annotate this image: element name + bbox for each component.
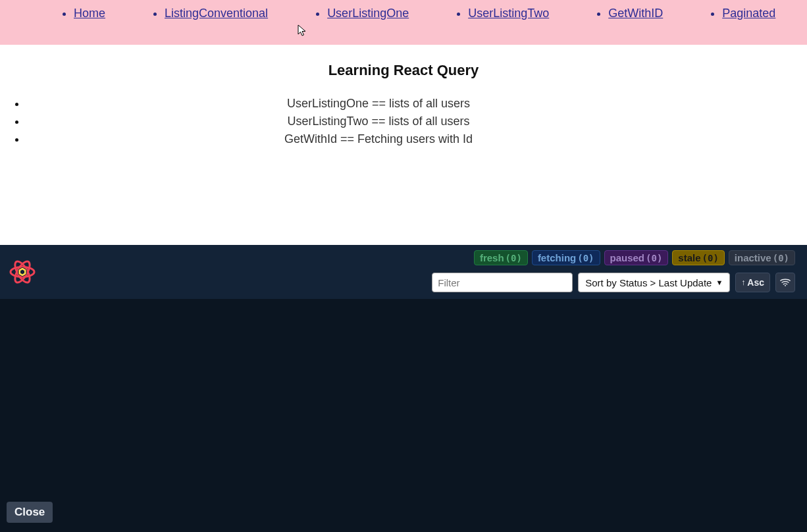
- description-text: GetWithId == Fetching users with Id: [0, 130, 757, 148]
- devtools-header: fresh (0) fetching (0) paused (0) stale …: [0, 245, 807, 299]
- status-paused[interactable]: paused (0): [604, 250, 669, 265]
- main-content: Learning React Query UserListingOne == l…: [0, 62, 807, 148]
- nav-link-getwithid[interactable]: GetWithID: [608, 7, 663, 20]
- top-nav: Home ListingConventional UserListingOne …: [0, 0, 807, 45]
- status-fetching[interactable]: fetching (0): [532, 250, 600, 265]
- nav-link-paginated[interactable]: Paginated: [722, 7, 775, 20]
- status-label: fresh: [480, 252, 504, 263]
- react-query-logo-icon: [8, 257, 37, 286]
- status-count: (0): [646, 253, 662, 263]
- devtools-query-list: [0, 299, 807, 532]
- status-fresh[interactable]: fresh (0): [474, 250, 528, 265]
- nav-link-listingconventional[interactable]: ListingConventional: [165, 7, 268, 20]
- nav-item-home[interactable]: Home: [74, 7, 105, 20]
- status-label: stale: [678, 252, 700, 263]
- sort-button[interactable]: Sort by Status > Last Update ▼: [578, 273, 730, 292]
- status-count: (0): [577, 253, 594, 263]
- list-item: GetWithId == Fetching users with Id: [26, 130, 807, 148]
- react-query-devtools: fresh (0) fetching (0) paused (0) stale …: [0, 245, 807, 532]
- status-label: fetching: [538, 252, 576, 263]
- arrow-up-icon: ↑: [741, 278, 745, 287]
- status-label: inactive: [735, 252, 771, 263]
- filter-input[interactable]: [432, 273, 573, 292]
- nav-item-getwithid[interactable]: GetWithID: [608, 7, 663, 20]
- status-count: (0): [773, 253, 789, 263]
- nav-link-userlistingone[interactable]: UserListingOne: [327, 7, 409, 20]
- sort-label: Sort by Status > Last Update: [585, 277, 712, 288]
- nav-item-listingconventional[interactable]: ListingConventional: [165, 7, 268, 20]
- status-pill-row: fresh (0) fetching (0) paused (0) stale …: [474, 250, 795, 265]
- nav-list: Home ListingConventional UserListingOne …: [0, 7, 775, 20]
- status-stale[interactable]: stale (0): [672, 250, 725, 265]
- list-item: UserListingOne == lists of all users: [26, 95, 807, 113]
- description-text: UserListingTwo == lists of all users: [0, 113, 757, 130]
- status-count: (0): [702, 253, 719, 263]
- status-inactive[interactable]: inactive (0): [729, 250, 795, 265]
- list-item: UserListingTwo == lists of all users: [26, 113, 807, 130]
- devtools-controls: Sort by Status > Last Update ▼ ↑ Asc: [432, 273, 795, 292]
- nav-item-paginated[interactable]: Paginated: [722, 7, 775, 20]
- nav-link-home[interactable]: Home: [74, 7, 105, 20]
- caret-down-icon: ▼: [716, 279, 723, 286]
- nav-item-userlistingone[interactable]: UserListingOne: [327, 7, 409, 20]
- asc-label: Asc: [747, 277, 764, 288]
- description-list: UserListingOne == lists of all users Use…: [0, 95, 807, 148]
- status-count: (0): [506, 253, 522, 263]
- close-button[interactable]: Close: [7, 502, 53, 523]
- nav-item-userlistingtwo[interactable]: UserListingTwo: [468, 7, 549, 20]
- offline-toggle-button[interactable]: [775, 273, 795, 292]
- sort-direction-button[interactable]: ↑ Asc: [735, 273, 770, 292]
- page-title: Learning React Query: [0, 62, 807, 79]
- description-text: UserListingOne == lists of all users: [0, 95, 757, 113]
- status-label: paused: [610, 252, 645, 263]
- wifi-icon: [780, 278, 791, 287]
- nav-link-userlistingtwo[interactable]: UserListingTwo: [468, 7, 549, 20]
- svg-point-5: [785, 285, 786, 286]
